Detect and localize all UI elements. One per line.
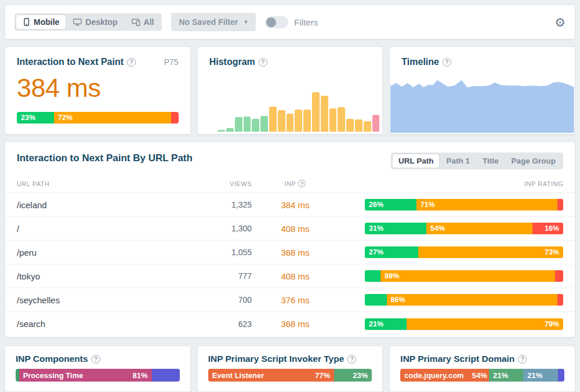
histogram-bar <box>295 110 302 132</box>
url-path-cell: /iceland <box>17 200 191 210</box>
card-title: INP Primary Script Domain? <box>400 354 527 364</box>
device-tab-label: All <box>144 17 154 27</box>
histogram-bar <box>235 117 242 132</box>
views-cell: 700 <box>191 295 252 304</box>
inp-rating-bar: 86% <box>365 294 563 306</box>
bar-segment-seg_steel: 21% <box>523 369 557 382</box>
bar-segment-purple <box>558 369 564 382</box>
bar-segment-seg_green: 23% <box>334 369 372 382</box>
filter-toolbar: Mobile Desktop All No Saved Filter ▼ <box>5 5 575 39</box>
views-cell: 1,300 <box>191 224 252 233</box>
column-header-inp: INP ? <box>252 180 339 187</box>
bar-segment-good: 23% <box>17 112 54 124</box>
inp-by-url-table-card: Interaction to Next Paint By URL Path UR… <box>5 141 575 337</box>
card-title: INP Components? <box>16 354 100 364</box>
help-icon[interactable]: ? <box>298 180 306 187</box>
inp-rating-bar: 88% <box>365 270 563 282</box>
url-path-cell: /seychelles <box>17 295 191 305</box>
table-row[interactable]: /1,300408 ms31%54%16% <box>5 217 575 241</box>
bar-segment-magenta: Processing Time81% <box>19 369 152 382</box>
card-title: Interaction to Next Paint ? <box>17 57 136 67</box>
histogram-bar <box>338 107 345 132</box>
card-title: Timeline ? <box>401 57 451 67</box>
histogram-bar <box>217 130 225 132</box>
bar-segment-poor <box>557 199 563 210</box>
toggle-knob <box>266 17 276 27</box>
table-row[interactable]: /tokyo777408 ms88% <box>5 264 575 288</box>
inp-rating-bar: 21%79% <box>365 318 563 330</box>
tab-page-group[interactable]: Page Group <box>505 154 561 168</box>
table-row[interactable]: /peru1,055368 ms27%73% <box>5 241 575 264</box>
help-icon[interactable]: ? <box>92 355 100 364</box>
inp-value-cell: 368 ms <box>252 248 339 257</box>
percentile-badge: P75 <box>164 57 179 67</box>
device-tab-desktop[interactable]: Desktop <box>67 15 124 29</box>
distribution-card: INP Primary Script Invoker Type?Event Li… <box>197 346 383 392</box>
table-column-headers: URL PATH VIEWS INP ? INP RATING <box>5 174 575 193</box>
device-tab-mobile[interactable]: Mobile <box>16 15 66 29</box>
distribution-bar: Event Listener77%23% <box>208 369 372 382</box>
bar-segment-needs_improvement: 73% <box>418 246 563 258</box>
table-row[interactable]: /seychelles700376 ms86% <box>5 288 575 312</box>
column-header-inp-rating: INP RATING <box>339 180 563 187</box>
table-row[interactable]: /search623368 ms21%79% <box>5 312 575 336</box>
histogram-bar <box>260 116 268 132</box>
help-icon[interactable]: ? <box>259 58 267 67</box>
gear-icon[interactable]: ⚙ <box>554 16 566 28</box>
bar-segment-purple <box>152 369 180 382</box>
device-segmented-control: Mobile Desktop All <box>14 13 162 31</box>
histogram-bar <box>226 128 234 132</box>
bar-segment-poor: 16% <box>532 223 563 234</box>
device-tab-label: Desktop <box>85 17 117 27</box>
bar-segment-poor <box>555 270 563 282</box>
saved-filter-label: No Saved Filter <box>179 17 238 27</box>
histogram-bar <box>244 117 251 132</box>
inp-rating-cell: 88% <box>339 270 563 282</box>
help-icon[interactable]: ? <box>443 58 451 67</box>
bar-segment-good: 31% <box>365 223 426 234</box>
help-icon[interactable]: ? <box>518 355 527 364</box>
bar-segment-needs_improvement: 54% <box>426 223 532 234</box>
inp-rating-cell: 21%79% <box>339 318 563 330</box>
help-icon[interactable]: ? <box>347 355 356 364</box>
help-icon[interactable]: ? <box>127 58 136 67</box>
inp-rating-cell: 31%54%16% <box>339 223 563 234</box>
histogram-card: Histogram ? <box>197 46 383 135</box>
distribution-bar: code.jquery.com54%21%21% <box>400 369 564 382</box>
views-cell: 1,055 <box>191 248 252 257</box>
inp-rating-bar: 27%73% <box>365 246 563 258</box>
device-tab-all[interactable]: All <box>125 15 161 29</box>
tab-title[interactable]: Title <box>477 154 505 168</box>
inp-rating-bar: 26%71% <box>365 199 563 210</box>
bar-segment-seg_orange: code.jquery.com54% <box>400 369 489 382</box>
all-devices-icon <box>132 18 140 26</box>
bar-segment-needs_improvement: 86% <box>387 294 557 306</box>
distribution-card: INP Primary Script Domain?code.jquery.co… <box>389 346 575 392</box>
saved-filter-dropdown[interactable]: No Saved Filter ▼ <box>171 13 256 31</box>
bar-segment-good: 27% <box>365 246 418 258</box>
histogram-bar <box>321 96 328 132</box>
bar-segment-good <box>365 294 387 306</box>
url-path-cell: / <box>17 224 191 234</box>
table-row[interactable]: /iceland1,325384 ms26%71% <box>5 193 575 217</box>
tab-path-1[interactable]: Path 1 <box>440 154 476 168</box>
histogram-bar <box>346 119 354 132</box>
histogram-bar <box>312 92 320 132</box>
bar-segment-poor <box>557 294 563 306</box>
filters-toggle[interactable] <box>265 16 288 28</box>
histogram-bar <box>252 119 259 132</box>
group-by-tabs: URL Path Path 1 Title Page Group <box>391 153 563 169</box>
bar-segment-needs_improvement: 79% <box>407 318 563 330</box>
views-cell: 1,325 <box>191 200 252 209</box>
tab-url-path[interactable]: URL Path <box>393 154 440 168</box>
histogram-bar <box>355 119 362 132</box>
histogram-bar <box>278 110 285 132</box>
inp-summary-card: Interaction to Next Paint ? P75 384 ms 2… <box>5 46 191 135</box>
column-header-url-path: URL PATH <box>17 180 191 187</box>
url-path-cell: /search <box>17 319 191 329</box>
bar-segment-seg_orange: Event Listener77% <box>208 369 335 382</box>
inp-rating-bar: 31%54%16% <box>365 223 563 234</box>
views-cell: 777 <box>191 271 252 281</box>
bar-segment-good: 21% <box>365 318 407 330</box>
inp-rating-cell: 26%71% <box>339 199 563 210</box>
